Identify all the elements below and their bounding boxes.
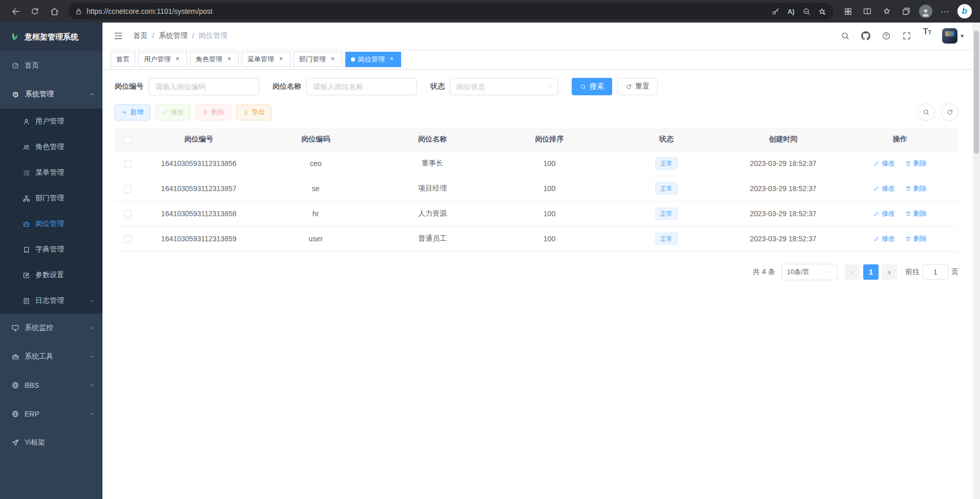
tab-home[interactable]: 首页: [111, 52, 135, 67]
row-edit-link[interactable]: 修改: [873, 184, 895, 193]
refresh-icon[interactable]: [26, 2, 44, 20]
sidebar-toggle-icon[interactable]: [110, 27, 127, 45]
tab-users[interactable]: 用户管理 ×: [138, 52, 187, 67]
read-aloud-icon[interactable]: A): [783, 4, 799, 19]
sidebar-item-roles[interactable]: 角色管理: [0, 134, 102, 160]
delete-button[interactable]: 删除: [196, 105, 231, 120]
row-checkbox[interactable]: [124, 185, 132, 193]
sidebar-item-bbs[interactable]: BBS: [0, 371, 102, 400]
table-row[interactable]: 1641030593112313857 se 项目经理 100 正常 2023-…: [115, 176, 958, 201]
font-size-icon[interactable]: TT: [919, 27, 936, 45]
tab-roles[interactable]: 角色管理 ×: [190, 52, 239, 67]
scrollbar-thumb[interactable]: [974, 31, 979, 154]
tab-menus[interactable]: 菜单管理 ×: [242, 52, 290, 67]
row-checkbox[interactable]: [124, 160, 132, 168]
bing-icon[interactable]: b: [955, 2, 974, 20]
github-icon[interactable]: [857, 27, 874, 45]
select-all-checkbox[interactable]: [124, 136, 132, 143]
status-label: 状态: [430, 82, 445, 91]
sidebar-item-parameters[interactable]: 参数设置: [0, 262, 102, 288]
sidebar-item-home[interactable]: 首页: [0, 51, 102, 80]
close-icon[interactable]: ×: [329, 55, 337, 63]
user-avatar[interactable]: [942, 28, 957, 44]
tab-posts[interactable]: 岗位管理 ×: [345, 52, 401, 67]
row-checkbox[interactable]: [124, 235, 132, 243]
sidebar-item-posts[interactable]: 岗位管理: [0, 211, 102, 237]
sidebar-item-menus[interactable]: 菜单管理: [0, 160, 102, 185]
chevron-down-icon: [89, 325, 95, 331]
modify-button[interactable]: 修改: [155, 105, 191, 120]
status-select[interactable]: [450, 78, 558, 95]
row-delete-link[interactable]: 删除: [905, 209, 927, 218]
address-bar[interactable]: https://ccnetcore.com:1101/system/post A…: [69, 3, 833, 19]
export-button[interactable]: 导出: [236, 105, 272, 120]
caret-down-icon[interactable]: ▾: [961, 32, 964, 39]
row-edit-link[interactable]: 修改: [873, 159, 895, 168]
app-logo: 意框架管理系统: [0, 23, 102, 51]
edit-box-icon: [23, 272, 30, 279]
home-icon[interactable]: [45, 2, 64, 20]
help-icon[interactable]: [878, 27, 895, 45]
post-code-input[interactable]: [149, 78, 259, 95]
sidebar-item-yi-framework[interactable]: Yi框架: [0, 428, 102, 457]
refresh-table-button[interactable]: [941, 103, 958, 121]
sidebar-menu: 首页 ⚙ 系统管理 用户管理 角色管理: [0, 51, 102, 457]
sidebar-item-system[interactable]: ⚙ 系统管理: [0, 80, 102, 109]
search-icon[interactable]: [837, 27, 854, 45]
browser-chrome: https://ccnetcore.com:1101/system/post A…: [0, 0, 980, 23]
sidebar-item-monitor[interactable]: 系统监控: [0, 314, 102, 342]
add-favorite-icon[interactable]: [814, 4, 829, 19]
add-button[interactable]: 新增: [115, 105, 150, 120]
page-size-select[interactable]: 10条/页: [781, 264, 838, 280]
row-edit-link[interactable]: 修改: [873, 234, 895, 243]
collections-icon[interactable]: [897, 2, 915, 20]
close-icon[interactable]: ×: [225, 55, 233, 63]
split-screen-icon[interactable]: [858, 2, 877, 20]
next-page-button[interactable]: ›: [882, 264, 897, 280]
book-icon: [23, 246, 30, 254]
goto-page-input[interactable]: [923, 264, 948, 280]
zoom-icon[interactable]: [799, 4, 814, 19]
tab-departments[interactable]: 部门管理 ×: [294, 52, 342, 67]
table-row[interactable]: 1641030593112313856 ceo 董事长 100 正常 2023-…: [115, 151, 958, 176]
row-delete-link[interactable]: 删除: [905, 184, 927, 193]
row-checkbox[interactable]: [124, 210, 132, 218]
cell-post-sort: 100: [491, 201, 608, 226]
globe-icon: [11, 381, 19, 389]
row-edit-link[interactable]: 修改: [873, 209, 895, 218]
prev-page-button[interactable]: ‹: [845, 264, 860, 280]
search-button[interactable]: 搜索: [572, 78, 612, 95]
sidebar-item-departments[interactable]: 部门管理: [0, 185, 102, 211]
row-delete-link[interactable]: 删除: [905, 234, 927, 243]
close-icon[interactable]: ×: [388, 55, 395, 63]
extensions-icon[interactable]: [839, 2, 857, 20]
close-icon[interactable]: ×: [277, 55, 285, 63]
column-post-sort: 岗位排序: [491, 128, 608, 151]
favorites-icon[interactable]: [878, 2, 896, 20]
post-name-input[interactable]: [306, 78, 417, 95]
toggle-search-button[interactable]: [918, 103, 935, 121]
row-delete-link[interactable]: 删除: [905, 159, 927, 168]
sidebar-item-erp[interactable]: ERP: [0, 400, 102, 428]
fullscreen-icon[interactable]: [898, 27, 915, 45]
users-icon: [23, 143, 30, 151]
reset-button[interactable]: 重置: [617, 78, 658, 95]
password-key-icon[interactable]: [768, 4, 783, 19]
close-icon[interactable]: ×: [174, 55, 181, 63]
sidebar-item-tools[interactable]: 系统工具: [0, 342, 102, 371]
breadcrumb-home[interactable]: 首页: [133, 31, 148, 40]
url-text[interactable]: https://ccnetcore.com:1101/system/post: [87, 7, 768, 15]
sidebar-item-dictionary[interactable]: 字典管理: [0, 237, 102, 262]
cell-post-name: 普通员工: [374, 226, 491, 251]
sidebar-item-users[interactable]: 用户管理: [0, 109, 102, 134]
page-1-button[interactable]: 1: [863, 264, 879, 280]
breadcrumb-system[interactable]: 系统管理: [159, 31, 187, 40]
profile-avatar[interactable]: [916, 2, 935, 20]
table-row[interactable]: 1641030593112313858 hr 人力资源 100 正常 2023-…: [115, 201, 958, 226]
cell-post-code: ceo: [257, 151, 374, 176]
sidebar-item-logs[interactable]: 日志管理: [0, 288, 102, 314]
back-icon[interactable]: [6, 2, 25, 20]
page-scrollbar[interactable]: [973, 23, 980, 499]
more-menu-icon[interactable]: ⋯: [936, 2, 954, 20]
table-row[interactable]: 1641030593112313859 user 普通员工 100 正常 202…: [115, 226, 958, 251]
